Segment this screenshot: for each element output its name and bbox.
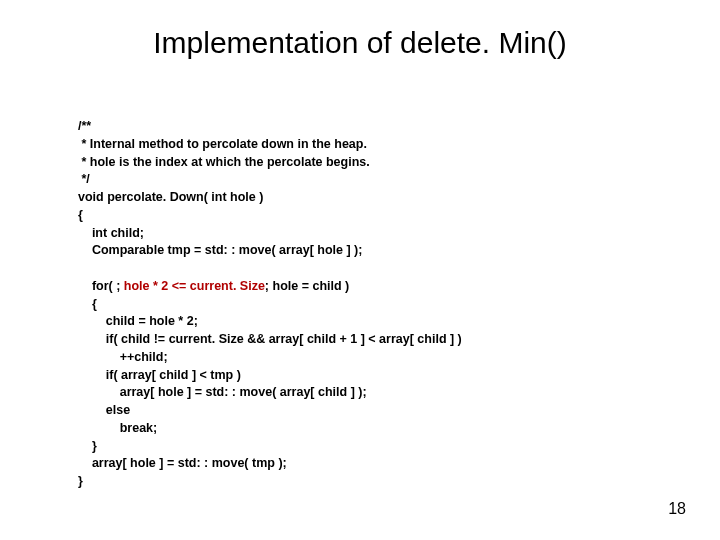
code-line: { (78, 208, 83, 222)
code-line: } (78, 439, 97, 453)
slide-title: Implementation of delete. Min() (0, 26, 720, 60)
code-line: */ (78, 172, 90, 186)
code-line: * Internal method to percolate down in t… (78, 137, 367, 151)
code-line: /** (78, 119, 91, 133)
code-line: * hole is the index at which the percola… (78, 155, 370, 169)
code-line: { (78, 297, 97, 311)
slide: Implementation of delete. Min() /** * In… (0, 0, 720, 540)
code-line: void percolate. Down( int hole ) (78, 190, 263, 204)
code-line: Comparable tmp = std: : move( array[ hol… (78, 243, 362, 257)
code-line: if( child != current. Size && array[ chi… (78, 332, 462, 346)
code-line-part: ; hole = child ) (265, 279, 349, 293)
code-line: array[ hole ] = std: : move( array[ chil… (78, 385, 367, 399)
code-line-part: for( ; (78, 279, 124, 293)
code-line: child = hole * 2; (78, 314, 198, 328)
code-line: int child; (78, 226, 144, 240)
code-line: else (78, 403, 130, 417)
code-line: array[ hole ] = std: : move( tmp ); (78, 456, 287, 470)
code-line: } (78, 474, 83, 488)
code-block: /** * Internal method to percolate down … (78, 118, 462, 491)
code-line: break; (78, 421, 157, 435)
code-highlight: hole * 2 <= current. Size (124, 279, 265, 293)
code-line: if( array[ child ] < tmp ) (78, 368, 241, 382)
page-number: 18 (668, 500, 686, 518)
code-line: ++child; (78, 350, 168, 364)
